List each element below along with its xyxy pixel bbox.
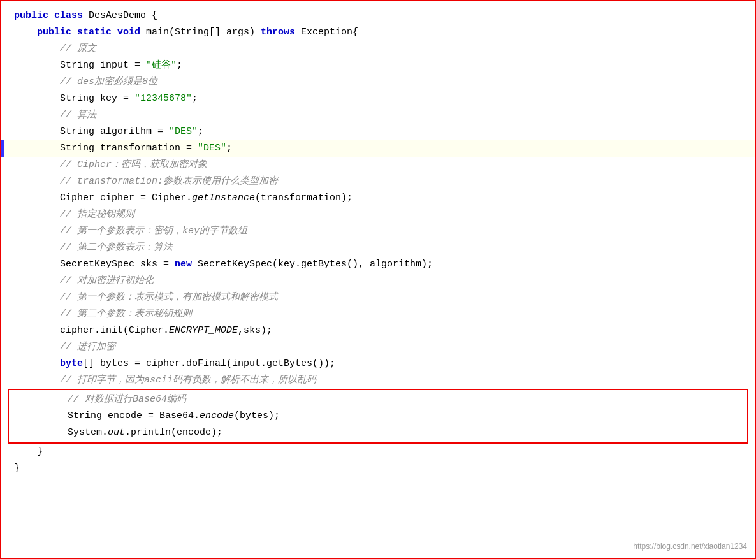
code-line: cipher.init(Cipher.ENCRYPT_MODE,sks); <box>1 323 755 339</box>
code-line: // 对数据进行Base64编码 <box>9 391 747 408</box>
code-line: String encode = Base64.encode(bytes); <box>9 408 747 425</box>
line-content: } <box>8 460 748 477</box>
line-content: // 第一个参数表示：密钥，key的字节数组 <box>8 223 748 240</box>
url-watermark: https://blog.csdn.net/xiaotian1234 <box>633 541 747 553</box>
line-content: System.out.println(encode); <box>15 425 741 441</box>
code-line: SecretKeySpec sks = new SecretKeySpec(ke… <box>1 256 755 273</box>
code-line: String transformation = "DES"; <box>1 140 755 157</box>
line-content: // 算法 <box>8 107 748 124</box>
code-line: // 第二个参数表示：算法 <box>1 240 755 256</box>
code-line: public static void main(String[] args) t… <box>1 24 755 41</box>
line-content: byte[] bytes = cipher.doFinal(input.getB… <box>8 356 748 372</box>
code-line: public class DesAesDemo { <box>1 8 755 24</box>
line-content: // 第二个参数：表示秘钥规则 <box>8 306 748 323</box>
line-content: public class DesAesDemo { <box>8 8 748 24</box>
line-content: // 进行加密 <box>8 339 748 356</box>
line-content: // 第二个参数表示：算法 <box>8 240 748 256</box>
code-line: // 对加密进行初始化 <box>1 273 755 289</box>
code-line: // 进行加密 <box>1 339 755 356</box>
line-content: // Cipher：密码，获取加密对象 <box>8 157 748 173</box>
code-line: // 第一个参数：表示模式，有加密模式和解密模式 <box>1 289 755 306</box>
line-content: // 指定秘钥规则 <box>8 207 748 223</box>
line-content: // 原文 <box>8 41 748 57</box>
line-content: String transformation = "DES"; <box>8 140 748 157</box>
line-content: String algorithm = "DES"; <box>8 124 748 140</box>
code-line: // 算法 <box>1 107 755 124</box>
code-line: System.out.println(encode); <box>9 425 747 441</box>
code-container: public class DesAesDemo { public static … <box>0 0 756 559</box>
code-line: // 原文 <box>1 41 755 57</box>
code-line: String input = "硅谷"; <box>1 57 755 74</box>
code-line: String key = "12345678"; <box>1 91 755 107</box>
code-line: // 打印字节，因为ascii码有负数，解析不出来，所以乱码 <box>1 372 755 389</box>
code-line: // 指定秘钥规则 <box>1 207 755 223</box>
line-content: String input = "硅谷"; <box>8 57 748 74</box>
code-line: } <box>1 444 755 460</box>
line-content: // 第一个参数：表示模式，有加密模式和解密模式 <box>8 289 748 306</box>
line-content: cipher.init(Cipher.ENCRYPT_MODE,sks); <box>8 323 748 339</box>
line-content: Cipher cipher = Cipher.getInstance(trans… <box>8 190 748 207</box>
code-line: // transformation:参数表示使用什么类型加密 <box>1 173 755 190</box>
line-content: // des加密必须是8位 <box>8 74 748 91</box>
line-content: // 打印字节，因为ascii码有负数，解析不出来，所以乱码 <box>8 372 748 389</box>
line-content: // 对加密进行初始化 <box>8 273 748 289</box>
code-line: Cipher cipher = Cipher.getInstance(trans… <box>1 190 755 207</box>
line-content: } <box>8 444 748 460</box>
red-box-section: // 对数据进行Base64编码 String encode = Base64.… <box>8 389 748 444</box>
line-content: public static void main(String[] args) t… <box>8 24 748 41</box>
line-content: String key = "12345678"; <box>8 91 748 107</box>
code-line: // 第一个参数表示：密钥，key的字节数组 <box>1 223 755 240</box>
code-line: // Cipher：密码，获取加密对象 <box>1 157 755 173</box>
line-content: String encode = Base64.encode(bytes); <box>15 408 741 425</box>
line-content: // 对数据进行Base64编码 <box>15 391 741 408</box>
code-line: // 第二个参数：表示秘钥规则 <box>1 306 755 323</box>
line-content: SecretKeySpec sks = new SecretKeySpec(ke… <box>8 256 748 273</box>
code-line: byte[] bytes = cipher.doFinal(input.getB… <box>1 356 755 372</box>
code-line: // des加密必须是8位 <box>1 74 755 91</box>
line-content: // transformation:参数表示使用什么类型加密 <box>8 173 748 190</box>
code-line: } <box>1 460 755 477</box>
code-line: String algorithm = "DES"; <box>1 124 755 140</box>
